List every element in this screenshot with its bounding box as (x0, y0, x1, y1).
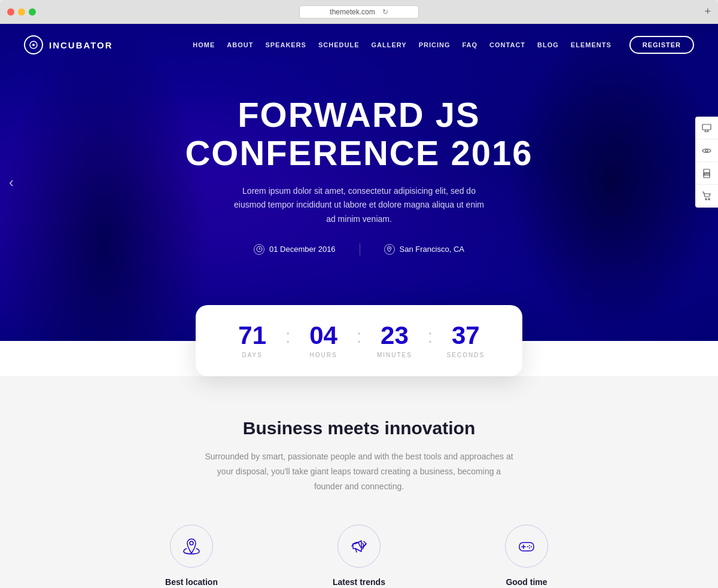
hero-title: FORWARD JS CONFERENCE 2016 (0, 96, 718, 172)
hero-location: San Francisco, CA (384, 244, 464, 255)
hero-date: 01 December 2016 (254, 244, 336, 255)
eye-view-button[interactable] (695, 139, 718, 162)
navbar: INCUBATOR HOME ABOUT SPEAKERS SCHEDULE G… (0, 24, 718, 66)
time-feature-label: Good time (467, 577, 586, 587)
clock-icon (254, 244, 264, 255)
url-text: themetek.com (330, 8, 375, 16)
hero-title-line1: FORWARD JS (0, 96, 718, 134)
svg-point-13 (704, 173, 705, 175)
feature-location: Best location (132, 525, 251, 587)
business-description: Surrounded by smart, passionate people a… (203, 449, 515, 495)
svg-point-23 (529, 547, 530, 549)
close-dot[interactable] (7, 8, 14, 16)
countdown-section: 71 DAYS : 04 HOURS : 23 MINUTES : 37 SEC… (0, 305, 718, 376)
feature-trends: Latest trends (299, 525, 419, 587)
desktop-view-button[interactable] (695, 117, 718, 139)
nav-about[interactable]: ABOUT (227, 41, 253, 48)
svg-rect-6 (702, 124, 711, 130)
register-button[interactable]: REGISTER (629, 36, 694, 54)
website-content: INCUBATOR HOME ABOUT SPEAKERS SCHEDULE G… (0, 24, 718, 588)
hours-label: HOURS (303, 352, 345, 358)
countdown-card: 71 DAYS : 04 HOURS : 23 MINUTES : 37 SEC… (196, 305, 523, 376)
separator-3: : (427, 325, 433, 348)
countdown-seconds: 37 SECONDS (445, 323, 486, 358)
svg-point-1 (32, 44, 35, 46)
nav-faq[interactable]: FAQ (462, 41, 477, 48)
nav-speakers[interactable]: SPEAKERS (265, 41, 306, 48)
side-toolbar (695, 117, 718, 208)
features-row: Best location Latest trends (24, 525, 694, 587)
address-bar[interactable]: themetek.com ↻ (299, 5, 419, 19)
nav-contact[interactable]: CONTACT (489, 41, 525, 48)
svg-point-10 (705, 150, 708, 152)
logo[interactable]: INCUBATOR (24, 35, 113, 54)
days-value: 71 (232, 323, 273, 348)
svg-point-16 (190, 541, 193, 545)
browser-chrome: themetek.com ↻ + (0, 0, 718, 24)
minutes-value: 23 (373, 323, 415, 348)
nav-gallery[interactable]: GALLERY (371, 41, 406, 48)
svg-point-21 (529, 545, 530, 546)
hero-location-text: San Francisco, CA (400, 245, 464, 254)
location-icon (384, 244, 395, 255)
countdown-minutes: 23 MINUTES (373, 323, 415, 358)
logo-icon (24, 35, 43, 54)
hero-date-text: 01 December 2016 (269, 245, 336, 254)
print-button[interactable] (695, 162, 718, 185)
feature-time: Good time (467, 525, 586, 587)
new-tab-button[interactable]: + (704, 5, 711, 18)
maximize-dot[interactable] (29, 8, 36, 16)
nav-blog[interactable]: BLOG (537, 41, 559, 48)
minutes-label: MINUTES (373, 352, 415, 358)
slider-prev-button[interactable]: ‹ (9, 174, 14, 191)
time-feature-icon (505, 525, 548, 568)
svg-point-14 (705, 199, 707, 200)
meta-divider (360, 243, 360, 255)
seconds-value: 37 (445, 323, 486, 348)
minimize-dot[interactable] (18, 8, 25, 16)
svg-point-24 (527, 546, 528, 547)
separator-1: : (285, 325, 291, 348)
hero-meta: 01 December 2016 San Francisco, CA (0, 243, 718, 255)
trends-feature-label: Latest trends (299, 577, 419, 587)
nav-elements[interactable]: ELEMENTS (571, 41, 611, 48)
location-feature-icon (170, 525, 213, 568)
cart-button[interactable] (695, 185, 718, 208)
seconds-label: SECONDS (445, 352, 486, 358)
logo-text: INCUBATOR (49, 40, 113, 50)
nav-schedule[interactable]: SCHEDULE (318, 41, 360, 48)
business-title: Business meets innovation (24, 418, 694, 438)
separator-2: : (357, 325, 362, 348)
svg-point-5 (389, 248, 390, 249)
countdown-days: 71 DAYS (232, 323, 273, 358)
browser-dots (7, 8, 36, 16)
countdown-hours: 04 HOURS (303, 323, 345, 358)
location-feature-label: Best location (132, 577, 251, 587)
hero-title-line2: CONFERENCE 2016 (0, 134, 718, 172)
svg-point-22 (531, 546, 532, 547)
hero-content: FORWARD JS CONFERENCE 2016 Lorem ipsum d… (0, 66, 718, 255)
hero-description: Lorem ipsum dolor sit amet, consectetur … (233, 184, 485, 227)
days-label: DAYS (232, 352, 273, 358)
refresh-icon[interactable]: ↻ (382, 8, 388, 16)
svg-point-15 (708, 199, 710, 200)
hours-value: 04 (303, 323, 345, 348)
nav-home[interactable]: HOME (193, 41, 215, 48)
svg-rect-11 (704, 169, 710, 173)
business-section: Business meets innovation Surrounded by … (0, 376, 718, 588)
trends-feature-icon (337, 525, 381, 568)
nav-links: HOME ABOUT SPEAKERS SCHEDULE GALLERY PRI… (193, 36, 694, 54)
nav-pricing[interactable]: PRICING (419, 41, 451, 48)
hero-section: INCUBATOR HOME ABOUT SPEAKERS SCHEDULE G… (0, 24, 718, 341)
